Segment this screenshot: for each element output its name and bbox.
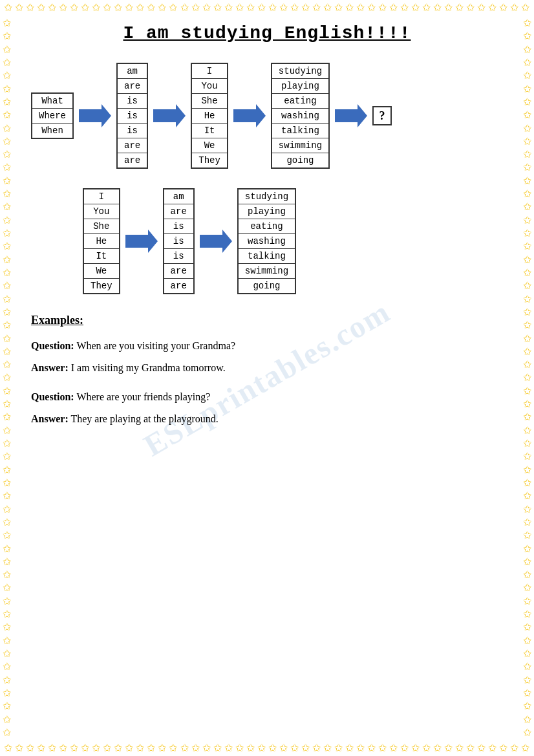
star-icon: ✩: [169, 743, 177, 753]
star-icon: ✩: [224, 743, 233, 753]
star-icon: ✩: [268, 743, 277, 753]
star-icon: ✩: [510, 3, 518, 13]
diagram2-arrow2: [200, 228, 232, 254]
star-icon: ✩: [312, 743, 321, 753]
star-icon: ✩: [3, 530, 11, 541]
word-cell: am: [164, 189, 193, 204]
star-icon: ✩: [279, 743, 288, 753]
star-icon: ✩: [523, 426, 531, 436]
star-icon: ✩: [3, 688, 11, 698]
star-icon: ✩: [92, 3, 100, 13]
star-icon: ✩: [523, 438, 531, 449]
star-icon: ✩: [92, 743, 100, 753]
word-cell: eating: [239, 219, 295, 234]
star-icon: ✩: [3, 609, 11, 620]
word-cell: We: [84, 264, 119, 279]
star-icon: ✩: [3, 58, 11, 68]
star-icon: ✩: [3, 478, 11, 488]
star-icon: ✩: [3, 268, 11, 278]
star-icon: ✩: [3, 662, 11, 672]
svg-marker-0: [79, 104, 111, 127]
word-cell: She: [84, 219, 119, 234]
star-icon: ✩: [158, 3, 166, 13]
word-cell: swimming: [272, 138, 328, 153]
star-icon: ✩: [523, 570, 531, 580]
star-icon: ✩: [523, 478, 531, 488]
star-icon: ✩: [3, 412, 11, 422]
star-icon: ✩: [523, 347, 531, 357]
star-icon: ✩: [3, 544, 11, 554]
star-icon: ✩: [37, 743, 45, 753]
star-icon: ✩: [523, 728, 531, 738]
star-icon: ✩: [268, 3, 277, 13]
question-label-2: Question:: [31, 391, 74, 402]
word-cell: are: [118, 153, 147, 167]
star-icon: ✩: [3, 583, 11, 593]
star-icon: ✩: [455, 3, 464, 13]
star-icon: ✩: [3, 228, 11, 239]
star-icon: ✩: [523, 596, 531, 607]
word-cell: are: [164, 279, 193, 293]
answer-label-1: Answer:: [31, 362, 69, 373]
word-cell: is: [164, 219, 193, 234]
star-icon: ✩: [125, 3, 133, 13]
star-icon: ✩: [523, 530, 531, 541]
star-icon: ✩: [290, 3, 299, 13]
star-icon: ✩: [523, 124, 531, 134]
star-icon: ✩: [301, 743, 310, 753]
star-icon: ✩: [312, 3, 321, 13]
star-icon: ✩: [3, 149, 11, 160]
star-icon: ✩: [3, 399, 11, 409]
star-icon: ✩: [523, 649, 531, 659]
star-icon: ✩: [81, 743, 89, 753]
star-icon: ✩: [523, 412, 531, 422]
word-cell: He: [84, 234, 119, 249]
star-icon: ✩: [523, 241, 531, 252]
word-cell: playing: [239, 204, 295, 219]
star-icon: ✩: [523, 399, 531, 409]
star-icon: ✩: [301, 3, 310, 13]
star-icon: ✩: [257, 3, 266, 13]
star-icon: ✩: [3, 596, 11, 607]
star-icon: ✩: [378, 743, 387, 753]
star-icon: ✩: [3, 136, 11, 147]
star-icon: ✩: [422, 3, 431, 13]
star-icon: ✩: [3, 360, 11, 370]
question-line-2: Question: Where are your friends playing…: [31, 389, 503, 405]
star-icon: ✩: [411, 3, 420, 13]
question-label-1: Question:: [31, 340, 74, 351]
svg-marker-1: [153, 104, 186, 127]
star-icon: ✩: [257, 743, 266, 753]
word-cell: is: [118, 94, 147, 109]
star-icon: ✩: [367, 3, 376, 13]
star-icon: ✩: [523, 334, 531, 344]
word-cell: They: [84, 279, 119, 293]
word-cell: You: [84, 204, 119, 219]
examples-section: Examples: Question: When are you visitin…: [31, 314, 503, 427]
star-icon: ✩: [3, 622, 11, 632]
star-icon: ✩: [523, 373, 531, 383]
star-icon: ✩: [70, 743, 78, 753]
page-title: I am studying English!!!!: [31, 23, 503, 43]
star-icon: ✩: [3, 255, 11, 265]
star-icon: ✩: [3, 373, 11, 383]
diagram1-arrow3: [233, 103, 266, 129]
star-icon: ✩: [523, 202, 531, 212]
star-icon: ✩: [477, 3, 486, 13]
star-icon: ✩: [510, 743, 518, 753]
star-icon: ✩: [523, 662, 531, 672]
star-icon: ✩: [3, 491, 11, 501]
star-icon: ✩: [523, 675, 531, 686]
word-cell: eating: [272, 94, 328, 109]
star-icon: ✩: [136, 3, 144, 13]
star-icon: ✩: [235, 743, 244, 753]
star-icon: ✩: [3, 675, 11, 686]
diagram2-row: IYouSheHeItWeThey amareisisisareare stud…: [83, 188, 503, 294]
star-icon: ✩: [191, 3, 200, 13]
svg-marker-3: [335, 104, 367, 127]
word-cell: She: [192, 94, 227, 109]
star-icon: ✩: [523, 136, 531, 147]
star-icon: ✩: [246, 743, 255, 753]
star-icon: ✩: [3, 124, 11, 134]
diagram1: WhatWhereWhen amareisisisareare IYouSheH…: [31, 63, 503, 169]
